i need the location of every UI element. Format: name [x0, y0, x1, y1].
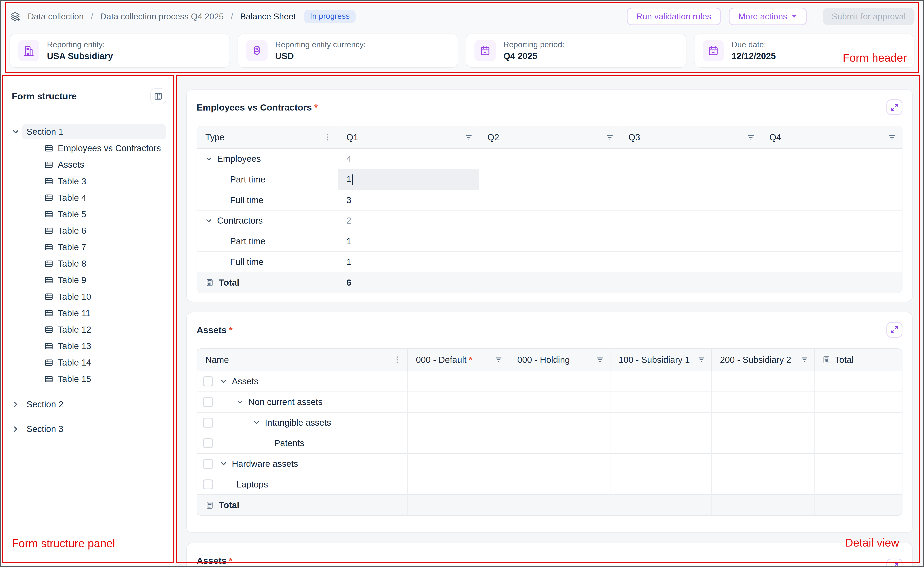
column-header-000-default[interactable]: 000 - Default*	[408, 349, 509, 371]
cell[interactable]	[408, 474, 509, 495]
cell[interactable]	[610, 453, 712, 474]
column-header-type[interactable]: Type	[197, 126, 338, 148]
sidebar-item-table-6[interactable]: Table 6	[0, 222, 175, 239]
kebab-menu-icon[interactable]	[393, 356, 402, 364]
sidebar-item-table-5[interactable]: Table 5	[0, 206, 175, 222]
sidebar-item-table-11[interactable]: Table 11	[0, 305, 175, 321]
chevron-down-icon[interactable]	[220, 378, 227, 385]
cell-q1[interactable]: 1	[338, 252, 479, 272]
cell[interactable]	[610, 412, 712, 433]
filter-icon[interactable]	[746, 133, 755, 141]
column-header-000-holding[interactable]: 000 - Holding	[509, 349, 610, 371]
breadcrumb-item-data-collection[interactable]: Data collection	[28, 12, 84, 21]
row-checkbox[interactable]	[203, 459, 213, 469]
filter-icon[interactable]	[606, 133, 614, 141]
cell[interactable]	[610, 392, 712, 412]
sidebar-section-2[interactable]: Section 2	[0, 397, 175, 412]
cell-q4[interactable]	[761, 252, 902, 272]
column-header-100-subsidiary-1[interactable]: 100 - Subsidiary 1	[610, 349, 712, 371]
filter-icon[interactable]	[596, 356, 604, 364]
chevron-down-icon[interactable]	[253, 419, 260, 426]
column-header-q1[interactable]: Q1	[338, 126, 479, 148]
cell[interactable]	[509, 453, 610, 474]
column-header-q4[interactable]: Q4	[761, 126, 902, 148]
filter-icon[interactable]	[465, 133, 473, 141]
sidebar-section-1[interactable]: Section 1	[0, 124, 175, 140]
chevron-down-icon[interactable]	[205, 156, 212, 162]
row-checkbox[interactable]	[203, 480, 213, 489]
more-actions-button[interactable]: More actions	[729, 8, 807, 26]
cell[interactable]	[408, 392, 509, 412]
chevron-down-icon[interactable]	[236, 399, 244, 405]
column-header-total[interactable]: Total	[815, 349, 902, 371]
run-validation-rules-button[interactable]: Run validation rules	[627, 8, 721, 26]
cell-q3[interactable]	[620, 210, 761, 231]
cell[interactable]	[509, 392, 610, 412]
cell-q4[interactable]	[761, 190, 902, 210]
column-header-q2[interactable]: Q2	[479, 126, 620, 148]
chevron-down-icon[interactable]	[205, 217, 212, 224]
cell[interactable]	[408, 433, 509, 453]
row-checkbox[interactable]	[203, 397, 213, 407]
expand-table-button[interactable]	[886, 99, 902, 115]
chevron-right-icon[interactable]	[12, 400, 20, 408]
sidebar-item-table-15[interactable]: Table 15	[0, 371, 175, 387]
cell-q2[interactable]	[479, 231, 620, 252]
sidebar-item-table-3[interactable]: Table 3	[0, 173, 175, 189]
cell-q3[interactable]	[620, 231, 761, 252]
cell-q2[interactable]	[479, 148, 620, 169]
cell[interactable]	[610, 474, 712, 495]
cell[interactable]	[408, 371, 509, 392]
cell[interactable]	[610, 371, 712, 392]
cell[interactable]	[712, 371, 815, 392]
kebab-menu-icon[interactable]	[324, 133, 332, 141]
chevron-right-icon[interactable]	[12, 425, 20, 433]
cell-q1[interactable]: 2	[338, 210, 479, 231]
sidebar-item-table-13[interactable]: Table 13	[0, 338, 175, 354]
cell-q2[interactable]	[479, 252, 620, 272]
cell-q4[interactable]	[761, 169, 902, 190]
breadcrumb-item-process[interactable]: Data collection process Q4 2025	[100, 12, 224, 21]
cell-q4[interactable]	[761, 231, 902, 252]
filter-icon[interactable]	[800, 356, 808, 364]
cell[interactable]	[408, 412, 509, 433]
cell-q1-editing[interactable]: 1	[338, 169, 479, 190]
cell[interactable]	[712, 474, 815, 495]
submit-for-approval-button[interactable]: Submit for approval	[823, 8, 915, 26]
cell-q2[interactable]	[479, 210, 620, 231]
cell-q1[interactable]: 3	[338, 190, 479, 210]
cell-q2[interactable]	[479, 169, 620, 190]
cell[interactable]	[712, 412, 815, 433]
sidebar-item-employees-vs-contractors[interactable]: Employees vs Contractors	[0, 140, 175, 156]
cell-q4[interactable]	[761, 210, 902, 231]
sidebar-item-assets[interactable]: Assets	[0, 156, 175, 173]
sidebar-item-table-8[interactable]: Table 8	[0, 255, 175, 272]
row-checkbox[interactable]	[203, 376, 213, 386]
cell[interactable]	[712, 433, 815, 453]
cell-q3[interactable]	[620, 148, 761, 169]
cell[interactable]	[610, 433, 712, 453]
expand-table-button[interactable]	[886, 322, 902, 338]
cell[interactable]	[712, 453, 815, 474]
expand-table-button[interactable]	[886, 559, 902, 567]
filter-icon[interactable]	[888, 133, 896, 141]
column-header-name[interactable]: Name	[197, 349, 407, 371]
chevron-down-icon[interactable]	[220, 460, 227, 467]
sidebar-item-table-7[interactable]: Table 7	[0, 239, 175, 255]
sidebar-item-table-10[interactable]: Table 10	[0, 288, 175, 305]
cell[interactable]	[509, 474, 610, 495]
cell-q3[interactable]	[620, 190, 761, 210]
sidebar-section-3[interactable]: Section 3	[0, 422, 175, 437]
row-checkbox[interactable]	[203, 438, 213, 448]
sidebar-item-table-12[interactable]: Table 12	[0, 321, 175, 338]
cell-q3[interactable]	[620, 252, 761, 272]
cell-q3[interactable]	[620, 169, 761, 190]
column-header-q3[interactable]: Q3	[620, 126, 761, 148]
cell[interactable]	[712, 392, 815, 412]
cell[interactable]	[509, 371, 610, 392]
sidebar-item-table-4[interactable]: Table 4	[0, 190, 175, 206]
sidebar-item-table-14[interactable]: Table 14	[0, 354, 175, 371]
filter-icon[interactable]	[697, 356, 706, 364]
cell-q4[interactable]	[761, 148, 902, 169]
cell-q2[interactable]	[479, 190, 620, 210]
